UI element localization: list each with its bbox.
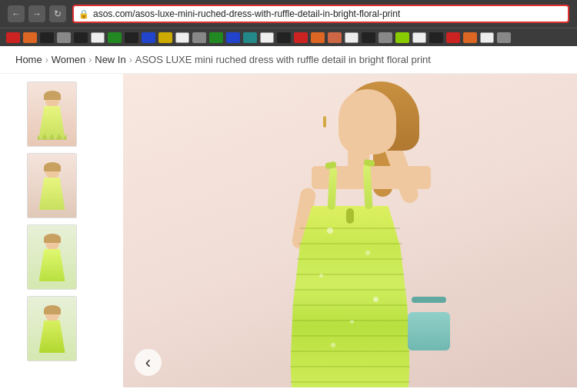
thumbnail-3[interactable] — [27, 224, 77, 290]
product-area: ‹ — [0, 74, 577, 387]
bookmark-7[interactable] — [108, 32, 122, 43]
lock-icon: 🔒 — [78, 9, 89, 19]
back-arrow-button[interactable]: ‹ — [135, 349, 162, 376]
bookmark-11[interactable] — [175, 32, 189, 43]
bookmark-22[interactable] — [362, 32, 375, 43]
bookmark-27[interactable] — [446, 32, 460, 43]
thumbnail-4[interactable] — [27, 296, 77, 361]
main-image: ‹ — [123, 74, 577, 387]
bookmark-20[interactable] — [328, 32, 342, 43]
bookmark-6[interactable] — [91, 32, 105, 43]
bookmark-3[interactable] — [40, 32, 54, 43]
thumbnail-strip — [0, 74, 123, 387]
bookmark-15[interactable] — [243, 32, 257, 43]
bookmark-19[interactable] — [311, 32, 325, 43]
bookmark-17[interactable] — [277, 32, 291, 43]
bookmark-12[interactable] — [192, 32, 206, 43]
bookmark-30[interactable] — [497, 32, 511, 43]
bookmark-29[interactable] — [480, 32, 494, 43]
browser-buttons: ← → ↻ — [8, 5, 66, 22]
breadcrumb-women[interactable]: Women — [52, 54, 86, 65]
forward-button[interactable]: → — [28, 5, 45, 22]
bookmark-9[interactable] — [142, 32, 155, 43]
bookmark-26[interactable] — [429, 32, 443, 43]
bookmark-13[interactable] — [209, 32, 223, 43]
breadcrumb-product: ASOS LUXE mini ruched dress with ruffle … — [135, 54, 431, 65]
refresh-button[interactable]: ↻ — [49, 5, 66, 22]
thumbnail-1[interactable] — [27, 81, 77, 147]
bookmarks-bar — [0, 28, 577, 46]
breadcrumb-sep2: › — [88, 55, 92, 65]
bookmark-16[interactable] — [260, 32, 274, 43]
bookmark-23[interactable] — [379, 32, 392, 43]
bookmark-5[interactable] — [74, 32, 88, 43]
page-content: Home › Women › New In › ASOS LUXE mini r… — [0, 46, 577, 392]
breadcrumb-sep3: › — [129, 55, 132, 65]
address-text: asos.com/asos-luxe-mini-ruched-dress-wit… — [93, 8, 400, 19]
bookmark-21[interactable] — [345, 32, 359, 43]
bookmark-25[interactable] — [412, 32, 426, 43]
bookmark-8[interactable] — [125, 32, 138, 43]
bookmark-2[interactable] — [23, 32, 37, 43]
breadcrumb-home[interactable]: Home — [15, 54, 42, 65]
bookmark-10[interactable] — [158, 32, 172, 43]
bookmark-1[interactable] — [6, 32, 20, 43]
breadcrumb-new-in[interactable]: New In — [95, 54, 125, 65]
breadcrumb-sep1: › — [45, 55, 48, 65]
bookmark-18[interactable] — [294, 32, 308, 43]
thumbnail-2[interactable] — [27, 153, 77, 218]
breadcrumb: Home › Women › New In › ASOS LUXE mini r… — [0, 46, 577, 74]
bookmark-24[interactable] — [395, 32, 409, 43]
address-bar[interactable]: 🔒 asos.com/asos-luxe-mini-ruched-dress-w… — [72, 5, 569, 23]
bookmark-28[interactable] — [463, 32, 477, 43]
bookmark-4[interactable] — [57, 32, 71, 43]
bookmark-14[interactable] — [226, 32, 240, 43]
back-button[interactable]: ← — [8, 5, 25, 22]
browser-chrome: ← → ↻ 🔒 asos.com/asos-luxe-mini-ruched-d… — [0, 0, 577, 28]
